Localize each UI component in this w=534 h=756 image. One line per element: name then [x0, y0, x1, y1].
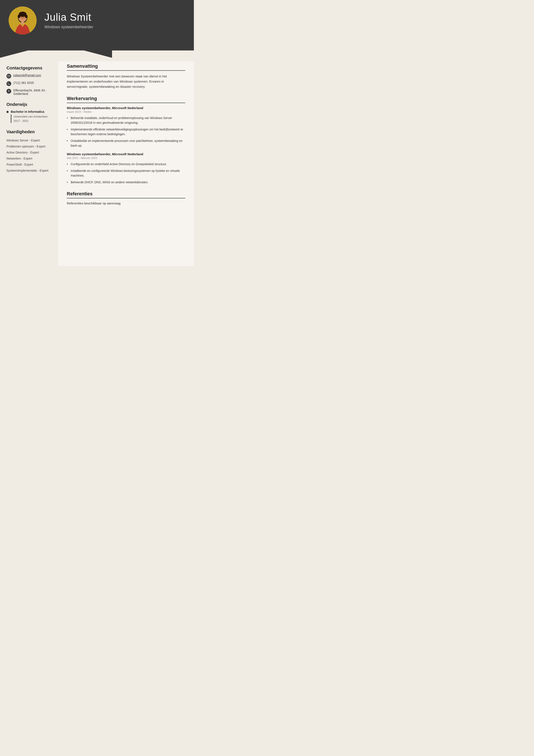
job-bullet: Installeerde en configureerde Windows-be…	[67, 168, 185, 178]
main-layout: Contactgegevens juliasmit@gmail.com	[0, 50, 194, 266]
summary-section: Samenvatting Windows Systeembeheerder me…	[67, 64, 185, 89]
job-period: maart 2023 - Heden	[67, 110, 185, 113]
job-entry: Windows systeembeheerder, Microsoft Nede…	[67, 106, 185, 148]
job-bullet: Beheerde installatie, onderhoud en probl…	[67, 116, 185, 125]
header: Julia Smit Windows systeembeheerder	[0, 0, 194, 41]
job-bullets: Beheerde installatie, onderhoud en probl…	[67, 116, 185, 148]
svg-point-9	[9, 91, 9, 91]
skill-item: Active Directory - Expert	[7, 149, 52, 155]
candidate-name: Julia Smit	[44, 12, 185, 23]
edu-details: Universiteit van Amsterdam 2017 - 2021	[11, 115, 48, 123]
skill-item: Systeemimplementatie - Expert	[7, 168, 52, 174]
email-value[interactable]: juliasmit@gmail.com	[13, 73, 41, 77]
skill-item: Netwerken - Expert	[7, 155, 52, 162]
summary-title: Samenvatting	[67, 64, 185, 71]
svg-point-6	[25, 15, 28, 18]
job-bullet: Implementeerde efficiënte netwerkbeveili…	[67, 127, 185, 137]
skill-item: PowerShell - Expert	[7, 162, 52, 168]
location-icon	[7, 89, 11, 94]
contact-phone-item: (711) 361 9335	[7, 81, 52, 86]
avatar	[9, 7, 37, 35]
candidate-title: Windows systeembeheerder	[44, 25, 185, 29]
svg-rect-7	[21, 21, 24, 25]
svg-point-5	[18, 15, 20, 18]
references-section: Referenties Referenties beschikbaar op a…	[67, 191, 185, 205]
job-bullet: Configureerde en onderhield Active Direc…	[67, 162, 185, 167]
experience-title: Werkervaring	[67, 96, 185, 103]
skills-list: Windows Server - ExpertProblemen oplosse…	[7, 137, 52, 174]
skills-title: Vaardigheden	[7, 129, 52, 134]
edu-dot	[7, 111, 9, 113]
email-icon	[7, 74, 11, 78]
phone-value: (711) 361 9335	[13, 81, 34, 85]
education-section: Onderwijs Bachelor in Informatica Univer…	[7, 102, 52, 123]
skills-section: Vaardigheden Windows Server - ExpertProb…	[7, 129, 52, 174]
references-title: Referenties	[67, 191, 185, 198]
skill-item: Windows Server - Expert	[7, 137, 52, 143]
jobs-list: Windows systeembeheerder, Microsoft Nede…	[67, 106, 185, 185]
skill-item: Problemen oplossen - Expert	[7, 143, 52, 149]
contact-email-item: juliasmit@gmail.com	[7, 73, 52, 78]
job-title: Windows systeembeheerder, Microsoft Nede…	[67, 152, 185, 156]
job-bullet: Ontwikkelde en implementeerde processen …	[67, 138, 185, 148]
sidebar: Contactgegevens juliasmit@gmail.com	[0, 61, 58, 266]
address-value: Effenambacht, 4946 JH, Gelderland	[13, 89, 46, 95]
references-text: Referenties beschikbaar op aanvraag	[67, 202, 185, 205]
edu-degree: Bachelor in Informatica	[11, 110, 48, 113]
edu-content: Bachelor in Informatica Universiteit van…	[11, 110, 48, 123]
job-title: Windows systeembeheerder, Microsoft Nede…	[67, 106, 185, 110]
chevron-divider	[0, 41, 194, 50]
phone-icon	[7, 81, 11, 86]
job-entry: Windows systeembeheerder, Microsoft Nede…	[67, 152, 185, 185]
summary-text: Windows Systeembeheerder met een bewezen…	[67, 74, 185, 89]
job-period: mei 2021 - februari 2023	[67, 156, 185, 160]
job-bullet: Beheerde DHCP, DNS, WINS en andere netwe…	[67, 180, 185, 185]
header-text: Julia Smit Windows systeembeheerder	[44, 12, 185, 29]
job-bullets: Configureerde en onderhield Active Direc…	[67, 162, 185, 185]
contact-title: Contactgegevens	[7, 66, 52, 70]
svg-rect-8	[8, 75, 10, 77]
education-item: Bachelor in Informatica Universiteit van…	[7, 110, 52, 123]
contact-address-item: Effenambacht, 4946 JH, Gelderland	[7, 89, 52, 95]
education-title: Onderwijs	[7, 102, 52, 107]
main-content: Samenvatting Windows Systeembeheerder me…	[58, 61, 194, 266]
experience-section: Werkervaring Windows systeembeheerder, M…	[67, 96, 185, 185]
contact-section: Contactgegevens juliasmit@gmail.com	[7, 66, 52, 95]
